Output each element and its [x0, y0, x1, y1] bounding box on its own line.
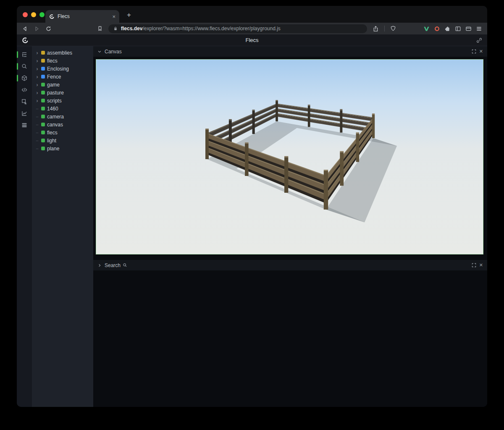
expand-arrow-icon[interactable]: ›	[35, 90, 39, 95]
chevron-down-icon[interactable]	[97, 50, 102, 54]
entity-color-square	[41, 123, 45, 126]
app-header: Flecs	[17, 34, 487, 46]
new-tab-button[interactable]: +	[123, 10, 134, 21]
entity-label: scripts	[47, 98, 62, 104]
expand-arrow-icon[interactable]: ›	[35, 66, 39, 71]
canvas-panel-header: Canvas ✕	[93, 46, 487, 57]
chevron-right-icon[interactable]	[97, 263, 102, 267]
tree-item-light[interactable]: –light	[32, 136, 93, 144]
entity-color-square	[41, 75, 45, 79]
expand-arrow-icon[interactable]: ›	[35, 98, 39, 103]
tree-item-Enclosing[interactable]: ›Enclosing	[32, 65, 93, 73]
link-icon[interactable]	[476, 37, 482, 45]
puzzle-icon[interactable]	[444, 26, 451, 32]
browser-tab-flecs[interactable]: Flecs ×	[45, 10, 119, 23]
brave-shield-icon[interactable]	[390, 26, 396, 31]
tree-item-flecs[interactable]: –flecs	[32, 128, 93, 136]
entity-color-square	[41, 107, 45, 110]
scene-background	[96, 60, 483, 254]
flecs-favicon-icon	[49, 14, 55, 19]
entity-label: flecs	[47, 130, 58, 136]
expand-arrow-icon[interactable]: ›	[35, 58, 39, 63]
window-zoom-button[interactable]	[39, 12, 45, 17]
search-panel-header: Search ✕	[93, 260, 487, 270]
entity-color-square	[41, 59, 45, 63]
canvas-panel-title: Canvas	[105, 49, 122, 55]
entity-label: game	[47, 82, 60, 88]
entity-label: light	[47, 138, 56, 144]
entity-label: camera	[47, 114, 64, 120]
entity-color-square	[41, 91, 45, 94]
share-icon[interactable]	[373, 26, 379, 32]
url-path: /explorer/?wasm=https://www.flecs.dev/ex…	[142, 26, 280, 31]
tree-item-pasture[interactable]: ›pasture	[32, 89, 93, 97]
entity-label: flecs	[47, 58, 58, 64]
tool-search-button[interactable]	[18, 61, 31, 72]
tool-entity-tree-button[interactable]	[18, 49, 31, 60]
entity-label: assemblies	[47, 50, 72, 56]
tool-canvas-button[interactable]	[18, 73, 31, 84]
tree-item-Fence[interactable]: ›Fence	[32, 73, 93, 81]
flecs-explorer-app: Flecs	[17, 34, 487, 407]
leaf-dash-icon: –	[35, 123, 39, 127]
url-text: flecs.dev/explorer/?wasm=https://www.fle…	[121, 26, 281, 31]
browser-toolbar: flecs.dev/explorer/?wasm=https://www.fle…	[17, 23, 487, 34]
expand-arrow-icon[interactable]: ›	[35, 82, 39, 87]
tree-item-camera[interactable]: –camera	[32, 113, 93, 121]
back-button[interactable]	[22, 26, 28, 32]
tree-item-plane[interactable]: –plane	[32, 144, 93, 152]
lock-icon	[113, 26, 118, 31]
entity-color-square	[41, 83, 45, 87]
entity-color-square	[41, 51, 45, 55]
leaf-dash-icon: –	[35, 107, 39, 111]
tree-item-flecs[interactable]: ›flecs	[32, 57, 93, 65]
tree-item-game[interactable]: ›game	[32, 81, 93, 89]
toolbar-divider	[384, 26, 385, 31]
entity-color-square	[41, 131, 45, 134]
expand-arrow-icon[interactable]: ›	[35, 50, 39, 55]
extension-v-icon[interactable]	[423, 26, 430, 32]
tree-item-assemblies[interactable]: ›assemblies	[32, 49, 93, 57]
window-minimize-button[interactable]	[31, 12, 36, 17]
extension-red-icon[interactable]	[434, 26, 440, 32]
entity-color-square	[41, 139, 45, 142]
browser-tabstrip: Flecs × +	[17, 6, 487, 23]
entity-label: canvas	[47, 122, 63, 128]
url-bar[interactable]: flecs.dev/explorer/?wasm=https://www.fle…	[108, 24, 367, 33]
entity-label: pasture	[47, 90, 64, 96]
entity-label: Enclosing	[47, 66, 69, 72]
scene-svg[interactable]	[96, 60, 483, 254]
expand-icon[interactable]	[472, 49, 476, 54]
forward-button[interactable]	[34, 26, 40, 32]
reload-button[interactable]	[45, 26, 52, 32]
window-controls	[23, 12, 45, 17]
expand-arrow-icon[interactable]: ›	[35, 74, 39, 79]
tab-close-icon[interactable]: ×	[112, 14, 116, 19]
menu-button[interactable]	[476, 26, 482, 32]
close-icon[interactable]: ✕	[479, 263, 483, 267]
wallet-icon[interactable]	[465, 26, 472, 32]
bookmark-icon[interactable]	[97, 26, 103, 31]
app-body: ›assemblies›flecs›Enclosing›Fence›game›p…	[17, 46, 487, 407]
tool-rail	[17, 46, 32, 407]
tool-inspector-button[interactable]	[18, 96, 31, 107]
close-icon[interactable]: ✕	[479, 49, 483, 54]
entity-label: plane	[47, 146, 59, 152]
entity-color-square	[41, 147, 45, 150]
search-icon	[123, 263, 127, 267]
main-area: Canvas ✕	[93, 46, 487, 407]
tree-item-canvas[interactable]: –canvas	[32, 121, 93, 128]
tool-tables-button[interactable]	[18, 120, 31, 131]
tool-scripts-button[interactable]	[18, 84, 31, 95]
sidebar-toggle-icon[interactable]	[455, 26, 461, 32]
tree-item-1460[interactable]: –1460	[32, 105, 93, 113]
window-close-button[interactable]	[23, 12, 28, 17]
url-domain: flecs.dev	[121, 26, 142, 31]
entity-color-square	[41, 67, 45, 71]
tree-item-scripts[interactable]: ›scripts	[32, 97, 93, 105]
leaf-dash-icon: –	[35, 139, 39, 143]
entity-color-square	[41, 115, 45, 118]
canvas-viewport[interactable]	[96, 59, 483, 254]
tool-statistics-button[interactable]	[18, 108, 31, 119]
expand-icon[interactable]	[472, 263, 476, 267]
